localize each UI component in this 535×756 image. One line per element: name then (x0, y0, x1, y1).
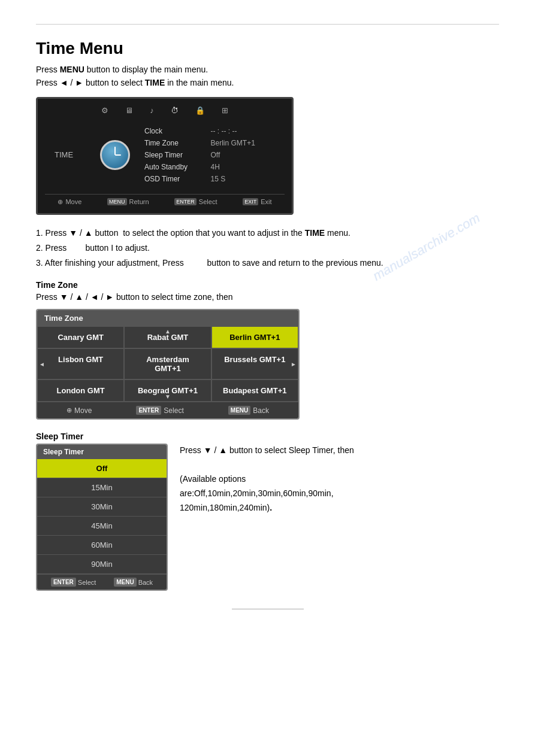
instruction-2: 2. Press button I to adjust. (36, 241, 499, 256)
tz-move-control: ⊕ Move (67, 406, 92, 415)
timezone-grid: Canary GMT Rabat GMT Berlin GMT+1 Lisbon… (37, 326, 298, 402)
tv-bottom-bar: ⊕ Move MENU Return ENTER Select EXIT Exi… (45, 194, 285, 206)
sleep-timer-container: Sleep Timer Off 15Min 30Min 45Min 60Min … (36, 444, 168, 591)
sleep-timer-item-15: 15Min (37, 478, 167, 497)
instructions-block: 1. Press ▼ / ▲ button to select the opti… (36, 226, 499, 271)
tv-menu-icons: ⚙ 🖥 ♪ ⏱ 🔒 ⊞ (45, 106, 285, 115)
instruction-3: 3. After finishing your adjustment, Pres… (36, 256, 499, 271)
sleep-timer-item-off: Off (37, 459, 167, 478)
tz-select-control: ENTER Select (136, 406, 183, 415)
move-control: ⊕ Move (58, 198, 81, 206)
exit-control: EXIT Exit (243, 198, 271, 206)
timezone-container: Time Zone Canary GMT Rabat GMT Berlin GM… (36, 309, 300, 420)
tz-rabat: Rabat GMT (124, 326, 211, 348)
bottom-divider (232, 609, 304, 609)
timezone-header: Time Zone (37, 310, 298, 326)
top-divider (36, 24, 499, 25)
tv-menu-items: Clock-- : -- : -- Time ZoneBerlin GMT+1 … (140, 125, 275, 186)
timezone-heading: Time Zone (36, 280, 499, 290)
sleep-timer-heading: Sleep Timer (36, 432, 499, 441)
timezone-footer: ⊕ Move ENTER Select MENU Back (37, 402, 298, 418)
sleep-back-control: MENU Back (114, 578, 153, 587)
tz-canary: Canary GMT (37, 326, 124, 348)
sleep-timer-footer: ENTER Select MENU Back (37, 574, 167, 590)
tz-beograd: Beograd GMT+1 (124, 379, 211, 402)
tz-budapest: Budapest GMT+1 (211, 379, 298, 402)
clock-icon (100, 140, 130, 170)
tv-content-row: TIME Clock-- : -- : -- Time ZoneBerlin G… (45, 121, 285, 189)
sleep-select-control: ENTER Select (51, 578, 96, 587)
tz-brussels: Brussels GMT+1 (211, 348, 298, 379)
apps-icon: ⊞ (222, 106, 228, 115)
instruction-1: 1. Press ▼ / ▲ button to select the opti… (36, 226, 499, 241)
return-control: MENU Return (107, 198, 149, 206)
tz-berlin: Berlin GMT+1 (211, 326, 298, 348)
sleep-timer-section: Sleep Timer Off 15Min 30Min 45Min 60Min … (36, 444, 499, 591)
tz-amsterdam: AmsterdamGMT+1 (124, 348, 211, 379)
timezone-subtext: Press ▼ / ▲ / ◄ / ► button to select tim… (36, 292, 499, 302)
tz-london: London GMT (37, 379, 124, 402)
sleep-instruction-2: (Available options are:Off,10min,20min,3… (180, 472, 389, 515)
tv-screen-image: ⚙ 🖥 ♪ ⏱ 🔒 ⊞ TIME Clock-- : -- : -- Time … (36, 97, 294, 215)
page-title: Time Menu (36, 39, 499, 58)
tz-back-control: MENU Back (228, 406, 269, 415)
audio-icon: ♪ (150, 106, 154, 115)
sleep-instruction-1: Press ▼ / ▲ button to select Sleep Timer… (180, 444, 389, 458)
sleep-timer-item-90: 90Min (37, 555, 167, 574)
settings-icon: ⚙ (101, 106, 108, 115)
time-icon: ⏱ (171, 106, 179, 115)
select-control: ENTER Select (174, 198, 217, 206)
sleep-timer-text: Press ▼ / ▲ button to select Sleep Timer… (180, 444, 389, 515)
display-icon: 🖥 (125, 106, 133, 115)
sleep-timer-item-45: 45Min (37, 517, 167, 536)
sleep-timer-item-60: 60Min (37, 536, 167, 555)
lock-icon: 🔒 (195, 106, 205, 115)
sleep-timer-list: Off 15Min 30Min 45Min 60Min 90Min (37, 459, 167, 574)
intro-text: Press MENU button to display the main me… (36, 63, 499, 90)
tv-time-label: TIME (55, 150, 90, 159)
tz-lisbon: Lisbon GMT (37, 348, 124, 379)
sleep-timer-item-30: 30Min (37, 497, 167, 517)
sleep-timer-header: Sleep Timer (37, 445, 167, 459)
